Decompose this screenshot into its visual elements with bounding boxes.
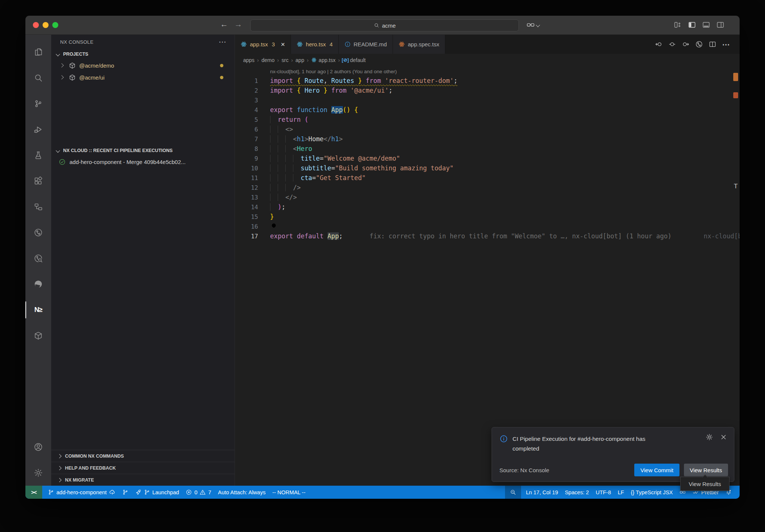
- close-icon[interactable]: ×: [281, 41, 285, 48]
- success-check-icon: [59, 158, 66, 166]
- code-line: 1import { Route, Routes } from 'react-ro…: [235, 76, 740, 86]
- history-back-button[interactable]: ←: [219, 20, 230, 29]
- status-text: Launchpad: [152, 489, 179, 495]
- activity-item-search[interactable]: [25, 65, 51, 91]
- status-text: Auto Attach: Always: [218, 489, 266, 495]
- status-commit-graph[interactable]: [119, 486, 132, 499]
- code-token: [362, 77, 366, 84]
- status-vim-mode[interactable]: -- NORMAL --: [269, 486, 309, 499]
- code-line: 15}: [235, 212, 740, 222]
- tab-README.md[interactable]: README.md: [339, 35, 393, 54]
- copilot-menu-button[interactable]: [526, 21, 540, 29]
- more-actions-icon[interactable]: ⋯: [219, 37, 226, 46]
- activity-item-commit-graph[interactable]: [25, 245, 51, 271]
- code-text: import { Hero } from '@acme/ui';: [270, 87, 393, 94]
- sidebar-section-nx-migrate[interactable]: NX MIGRATE: [51, 474, 235, 486]
- code-token: ;: [388, 87, 392, 94]
- package-icon: [69, 62, 76, 69]
- project-item[interactable]: @acme/ui: [51, 71, 235, 83]
- breadcrumb-item-app.tsx[interactable]: app.tsx: [311, 57, 335, 63]
- line-number: 9: [235, 155, 258, 162]
- code-token: }: [320, 87, 327, 94]
- code-token: />: [293, 184, 300, 191]
- status-launchpad[interactable]: Launchpad: [132, 486, 183, 499]
- notification-toast: CI Pipeline Execution for #add-hero-comp…: [492, 427, 734, 482]
- tab-app.spec.tsx[interactable]: app.spec.tsx: [393, 35, 445, 54]
- sidebar-section-help-and-feedback[interactable]: HELP AND FEEDBACK: [51, 462, 235, 474]
- activity-item-explorer[interactable]: [25, 39, 51, 65]
- project-item[interactable]: @acme/demo: [51, 59, 235, 71]
- breadcrumb-item-default[interactable]: [⊘]default: [343, 57, 366, 63]
- breadcrumb-item-src[interactable]: src: [282, 57, 289, 63]
- activity-item-gitlens[interactable]: [25, 220, 51, 245]
- projects-section-header[interactable]: PROJECTS: [51, 49, 235, 59]
- previous-change-icon[interactable]: [655, 40, 663, 48]
- gitlens-icon: [34, 228, 43, 237]
- activity-item-project-graph[interactable]: [25, 323, 51, 349]
- customize-layout-icon[interactable]: [673, 21, 682, 29]
- breadcrumb-item-demo[interactable]: demo: [261, 57, 275, 63]
- activity-item-accounts[interactable]: [25, 434, 51, 460]
- close-window-button[interactable]: [33, 22, 39, 28]
- activity-item-testing[interactable]: [25, 142, 51, 168]
- status-indentation[interactable]: Spaces: 2: [561, 486, 592, 499]
- status-eol[interactable]: LF: [614, 486, 628, 499]
- line-number: 4: [235, 106, 258, 114]
- notification-message: CI Pipeline Execution for #add-hero-comp…: [512, 434, 668, 453]
- nx-cloud-header-label: NX CLOUD :: RECENT CI PIPELINE EXECUTION…: [63, 148, 173, 153]
- notification-settings-icon[interactable]: [706, 433, 713, 441]
- status-language-mode[interactable]: {} TypeScript JSX: [628, 486, 676, 499]
- activity-item-edge-tools[interactable]: [25, 271, 51, 297]
- status-zoom-indicator[interactable]: [505, 486, 521, 499]
- open-change-icon[interactable]: [668, 40, 676, 48]
- status-bar: ><add-hero-componentLaunchpad07Auto Atta…: [25, 486, 740, 499]
- more-actions-icon[interactable]: ⋯: [722, 40, 730, 48]
- tab-hero.tsx[interactable]: hero.tsx4: [291, 35, 339, 54]
- code-line: 4export function App() {: [235, 105, 740, 115]
- breadcrumb[interactable]: apps›demo›src›app›app.tsx›[⊘]default: [235, 54, 740, 66]
- lightbulb-icon[interactable]: [270, 223, 278, 230]
- command-center-search[interactable]: acme: [250, 19, 519, 31]
- status-problems[interactable]: 07: [182, 486, 214, 499]
- breadcrumb-item-app[interactable]: app: [295, 57, 304, 63]
- status-auto-attach[interactable]: Auto Attach: Always: [215, 486, 269, 499]
- indent-guide: [270, 155, 301, 162]
- overview-ruler-mark: [733, 73, 738, 81]
- activity-item-run-and-debug[interactable]: [25, 117, 51, 142]
- activity-item-extensions[interactable]: [25, 168, 51, 194]
- code-editor[interactable]: nx-cloud[bot], 1 hour ago | 2 authors (Y…: [235, 66, 740, 486]
- settings-icon: [34, 468, 43, 477]
- breadcrumb-item-apps[interactable]: apps: [243, 57, 254, 63]
- activity-item-references[interactable]: [25, 194, 51, 220]
- next-change-icon[interactable]: [682, 40, 690, 48]
- activity-item-source-control[interactable]: [25, 91, 51, 117]
- sidebar-section-common-nx-commands[interactable]: COMMON NX COMMANDS: [51, 450, 235, 462]
- toggle-primary-sidebar-icon[interactable]: [688, 21, 696, 29]
- code-token: =: [320, 155, 323, 162]
- chevron-right-icon: [57, 478, 61, 482]
- chevron-down-icon: [56, 148, 60, 152]
- status-git-branch[interactable]: add-hero-component: [44, 486, 119, 499]
- view-results-button[interactable]: View Results: [684, 464, 728, 476]
- tab-app.tsx[interactable]: app.tsx3×: [235, 35, 291, 54]
- zoom-window-button[interactable]: [52, 22, 58, 28]
- tab-label: app.spec.tsx: [408, 41, 439, 47]
- status-cursor-position[interactable]: Ln 17, Col 19: [523, 486, 561, 499]
- history-forward-button[interactable]: →: [233, 20, 244, 29]
- pipeline-execution-item[interactable]: add-hero-component - Merge 409b44e5cb02.…: [51, 156, 235, 168]
- toggle-secondary-sidebar-icon[interactable]: [716, 21, 725, 29]
- minimize-window-button[interactable]: [43, 22, 49, 28]
- activity-item-settings[interactable]: [25, 460, 51, 486]
- nx-cloud-section-header[interactable]: NX CLOUD :: RECENT CI PIPELINE EXECUTION…: [51, 145, 235, 156]
- problems-badge: 3: [272, 41, 275, 47]
- activity-bar: N≥: [25, 35, 51, 486]
- close-icon[interactable]: [720, 433, 727, 441]
- line-number: 12: [235, 184, 258, 191]
- activity-item-nx-console[interactable]: N≥: [25, 297, 51, 323]
- gitlens-graph-icon[interactable]: [695, 40, 703, 48]
- status-encoding[interactable]: UTF-8: [592, 486, 614, 499]
- status-remote-indicator[interactable]: ><: [25, 486, 42, 499]
- view-commit-button[interactable]: View Commit: [634, 464, 679, 476]
- split-editor-icon[interactable]: [709, 40, 716, 48]
- toggle-panel-icon[interactable]: [702, 21, 710, 29]
